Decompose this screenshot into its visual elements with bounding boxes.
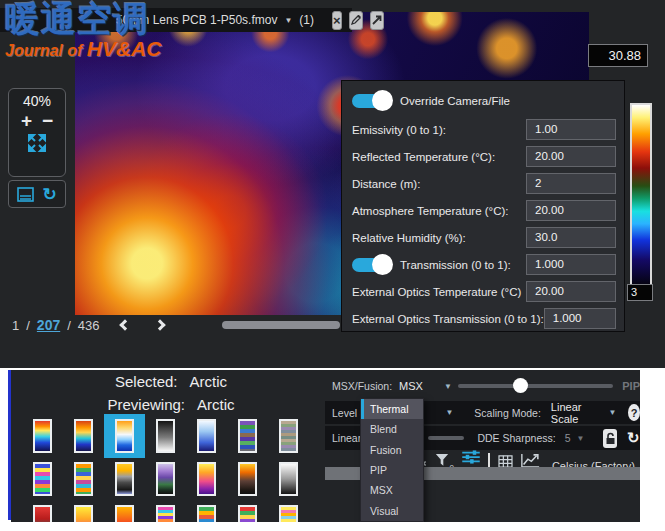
scaling-mode-dropdown[interactable]: Linear Scale ▼	[551, 401, 616, 425]
palette-swatch[interactable]	[238, 462, 257, 496]
msx-fusion-row: MSX/Fusion: MSX ▼ PIP	[325, 374, 640, 398]
edit-file-button[interactable]	[349, 11, 363, 30]
menu-item-fusion[interactable]: Fusion	[361, 440, 423, 460]
zoom-in-button[interactable]: +	[21, 111, 32, 131]
settings-fields: Emissivity (0 to 1):1.00Reflected Temper…	[352, 116, 616, 332]
fusion-blend-slider[interactable]	[458, 384, 613, 388]
close-icon: ×	[333, 14, 341, 27]
settings-panel: Override Camera/File Emissivity (0 to 1)…	[341, 80, 625, 332]
chevron-down-icon[interactable]: ▼	[445, 408, 453, 417]
settings-row: Reflected Temperature (°C):20.00	[352, 143, 616, 170]
close-file-button[interactable]: ×	[332, 11, 342, 30]
view-reset-panel: ↻	[8, 180, 66, 208]
menu-item-blend[interactable]: Blend	[361, 419, 423, 439]
temperature-color-scale[interactable]	[630, 103, 652, 287]
pip-label: PIP	[622, 380, 640, 392]
file-tab-name[interactable]: 50mm Lens PCB 1-P50s.fmov	[116, 13, 277, 27]
msx-fusion-label: MSX/Fusion:	[332, 380, 392, 392]
display-panel-icon[interactable]	[17, 187, 34, 202]
menu-item-visual[interactable]: Visual	[361, 501, 423, 521]
palette-swatch[interactable]	[115, 462, 134, 496]
settings-row: Emissivity (0 to 1):1.00	[352, 116, 616, 143]
lock-button[interactable]	[603, 429, 617, 448]
field-input[interactable]: 2	[526, 173, 616, 194]
fusion-controls-pane: MSX/Fusion: MSX ▼ PIP Level & Span: ▼ Sc…	[325, 370, 640, 522]
scaling-mode-label: Scaling Mode:	[474, 407, 541, 419]
palette-swatch[interactable]	[197, 419, 216, 453]
palette-swatch[interactable]	[238, 505, 257, 522]
menu-item-msx[interactable]: MSX	[361, 480, 423, 500]
field-label: Relative Humidity (%):	[352, 232, 526, 244]
total-frames: 436	[78, 318, 100, 333]
palette-swatch[interactable]	[197, 462, 216, 496]
override-toggle[interactable]	[352, 94, 390, 108]
menu-item-thermal[interactable]: Thermal	[361, 399, 423, 419]
palette-swatch[interactable]	[74, 419, 93, 453]
current-frame-number[interactable]: 207	[37, 317, 60, 333]
zoom-panel: 40% + −	[8, 88, 66, 177]
field-label: Transmission (0 to 1):	[400, 259, 526, 271]
frame-scrubber[interactable]	[222, 321, 340, 329]
field-input[interactable]: 1.00	[526, 119, 616, 140]
field-input[interactable]: 1.000	[526, 254, 616, 275]
fusion-mode-menu: ThermalBlendFusionPIPMSXVisual	[360, 398, 424, 522]
override-row: Override Camera/File	[352, 86, 616, 116]
max-temperature-readout[interactable]: 30.88	[588, 44, 648, 67]
previous-frame-button[interactable]	[119, 319, 130, 330]
min-temperature-readout[interactable]: 3	[627, 284, 653, 301]
slider-knob[interactable]	[513, 378, 528, 393]
palette-swatch[interactable]	[74, 505, 93, 522]
first-frame-number: 1	[12, 318, 19, 333]
separator: /	[67, 318, 71, 333]
field-input[interactable]: 30.0	[526, 227, 616, 248]
field-label: Atmosphere Temperature (°C):	[352, 205, 526, 217]
palette-swatch[interactable]	[33, 419, 52, 453]
field-input[interactable]: 1.000	[544, 308, 616, 329]
chevron-down-icon[interactable]: ▼	[576, 434, 584, 443]
help-button[interactable]: ?	[628, 404, 640, 421]
palette-swatch[interactable]	[279, 505, 298, 522]
settings-row: Atmosphere Temperature (°C):20.00	[352, 197, 616, 224]
file-count-badge: (1)	[299, 13, 314, 27]
chevron-down-icon: ▼	[608, 408, 616, 417]
unlock-icon	[605, 432, 616, 445]
field-input[interactable]: 20.00	[526, 281, 616, 302]
thermal-studio-window: 50mm Lens PCB 1-P50s.fmov ▼ (1) × 暖通空调 J…	[0, 0, 665, 368]
palette-swatch[interactable]	[279, 462, 298, 496]
palette-swatch[interactable]	[279, 419, 298, 453]
transmission-toggle[interactable]	[352, 258, 390, 272]
scaling-mode-value: Linear Scale	[551, 401, 595, 425]
field-input[interactable]: 20.00	[526, 200, 616, 221]
chevron-down-icon: ▼	[444, 382, 452, 391]
playback-toolbar: 0 0 Celsius (Factory)	[0, 336, 665, 368]
msx-fusion-dropdown[interactable]: MSX ▼	[399, 380, 452, 392]
refresh-icon[interactable]: ↻	[43, 186, 57, 203]
pencil-icon	[350, 14, 362, 26]
palette-swatch[interactable]	[156, 462, 175, 496]
open-external-button[interactable]	[370, 11, 384, 30]
sliders-icon	[462, 450, 480, 464]
palette-swatch[interactable]	[156, 505, 175, 522]
fit-to-window-icon[interactable]	[28, 134, 46, 152]
palette-swatch[interactable]	[238, 419, 257, 453]
field-input[interactable]: 20.00	[526, 146, 616, 167]
dde-sharpness-value[interactable]: 5	[565, 432, 571, 444]
palette-swatch[interactable]	[115, 419, 134, 453]
field-label: Reflected Temperature (°C):	[352, 151, 526, 163]
palette-swatch[interactable]	[197, 505, 216, 522]
palette-swatch[interactable]	[33, 505, 52, 522]
palette-swatch[interactable]	[156, 419, 175, 453]
funnel-icon	[435, 453, 449, 467]
settings-row: Relative Humidity (%):30.0	[352, 224, 616, 251]
chevron-down-icon[interactable]: ▼	[284, 16, 292, 25]
palette-swatch[interactable]	[115, 505, 134, 522]
reset-icon[interactable]: ↺	[627, 429, 640, 447]
palette-swatch[interactable]	[74, 462, 93, 496]
line-chart-icon	[521, 453, 540, 468]
next-frame-button[interactable]	[154, 319, 165, 330]
palette-grid	[11, 370, 325, 522]
linear-ignore-slider[interactable]	[428, 436, 465, 440]
menu-item-pip[interactable]: PIP	[361, 460, 423, 480]
zoom-out-button[interactable]: −	[42, 111, 53, 131]
palette-swatch[interactable]	[33, 462, 52, 496]
